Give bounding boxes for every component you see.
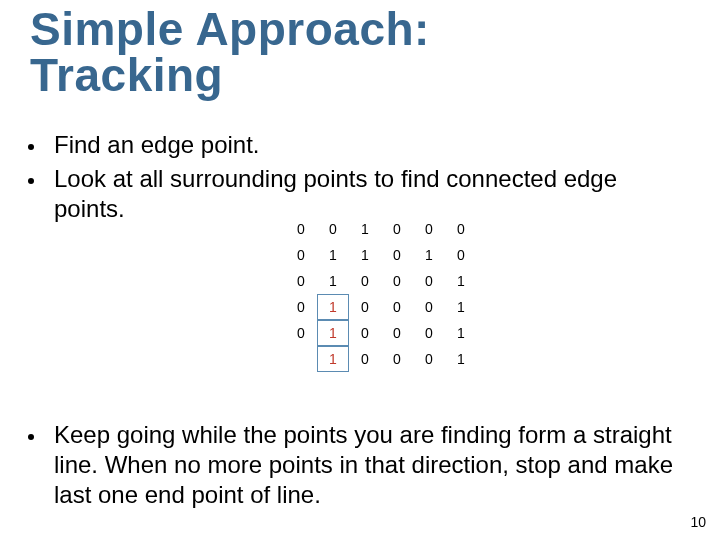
- slide: Simple Approach: Tracking Find an edge p…: [0, 0, 720, 540]
- slide-title: Simple Approach: Tracking: [30, 6, 430, 98]
- matrix-cell: 0: [381, 216, 413, 242]
- matrix-cell: 0: [381, 346, 413, 372]
- bullet-text: Look at all surrounding points to find c…: [54, 164, 688, 224]
- title-line-1: Simple Approach:: [30, 3, 430, 55]
- matrix-cell: 0: [349, 320, 381, 346]
- matrix-cell: 0: [349, 294, 381, 320]
- matrix-cell: 0: [381, 268, 413, 294]
- matrix-cell: 0: [381, 242, 413, 268]
- bullet-block-top: Find an edge point. Look at all surround…: [28, 130, 688, 228]
- matrix-cell: 0: [413, 294, 445, 320]
- bullet-block-bottom: Keep going while the points you are find…: [28, 420, 688, 514]
- matrix-cell: 0: [317, 216, 349, 242]
- bullet-text: Keep going while the points you are find…: [54, 420, 688, 510]
- matrix-cell: 1: [317, 242, 349, 268]
- matrix-cell: 0: [413, 216, 445, 242]
- matrix-cell: 0: [285, 294, 317, 320]
- bullet-dot-icon: [28, 144, 34, 150]
- matrix-row: 10001: [285, 346, 477, 372]
- bullet-item: Look at all surrounding points to find c…: [28, 164, 688, 224]
- matrix-cell: 1: [413, 242, 445, 268]
- matrix-row: 001000: [285, 216, 477, 242]
- matrix-cell: 1: [445, 268, 477, 294]
- bullet-item: Keep going while the points you are find…: [28, 420, 688, 510]
- binary-matrix: 00100001101001000101000101000110001: [285, 216, 477, 372]
- matrix-cell: 0: [285, 242, 317, 268]
- bullet-text: Find an edge point.: [54, 130, 260, 160]
- matrix-cell: 0: [285, 268, 317, 294]
- bullet-dot-icon: [28, 178, 34, 184]
- matrix-row: 010001: [285, 294, 477, 320]
- matrix-cell: 0: [445, 242, 477, 268]
- matrix-cell: 0: [381, 320, 413, 346]
- matrix-cell: 0: [381, 294, 413, 320]
- matrix-cell: [285, 346, 317, 372]
- matrix-row: 011010: [285, 242, 477, 268]
- matrix-cell: 1: [349, 216, 381, 242]
- matrix-cell: 1: [349, 242, 381, 268]
- matrix-cell: 0: [349, 268, 381, 294]
- matrix-cell: 1: [445, 320, 477, 346]
- matrix-row: 010001: [285, 268, 477, 294]
- matrix-row: 010001: [285, 320, 477, 346]
- matrix-cell: 0: [285, 320, 317, 346]
- matrix-cell: 1: [317, 346, 349, 372]
- matrix-cell: 1: [317, 268, 349, 294]
- matrix-cell: 1: [445, 294, 477, 320]
- matrix-cell: 1: [317, 320, 349, 346]
- bullet-dot-icon: [28, 434, 34, 440]
- matrix-cell: 0: [413, 346, 445, 372]
- page-number: 10: [690, 514, 706, 530]
- matrix-cell: 0: [445, 216, 477, 242]
- matrix-cell: 1: [445, 346, 477, 372]
- matrix-cell: 0: [413, 320, 445, 346]
- matrix-cell: 0: [285, 216, 317, 242]
- bullet-item: Find an edge point.: [28, 130, 688, 160]
- title-line-2: Tracking: [30, 49, 223, 101]
- matrix-cell: 1: [317, 294, 349, 320]
- matrix-cell: 0: [413, 268, 445, 294]
- matrix-body: 00100001101001000101000101000110001: [285, 216, 477, 372]
- matrix-cell: 0: [349, 346, 381, 372]
